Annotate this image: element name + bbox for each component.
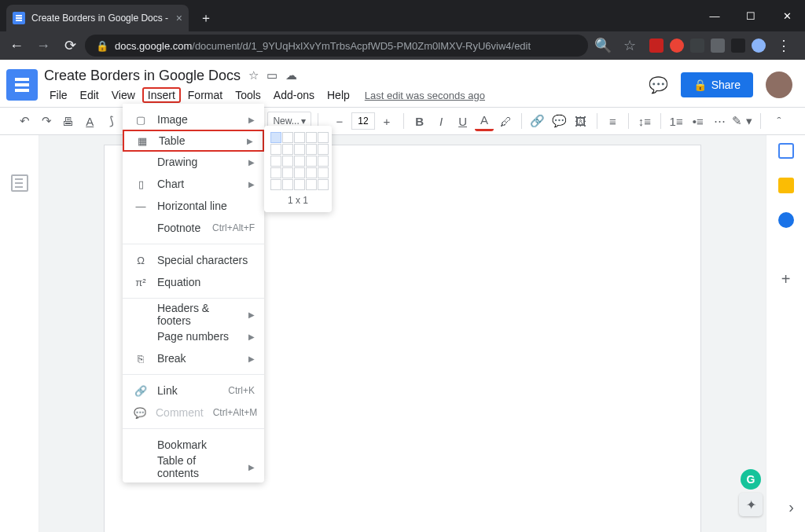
italic-button[interactable]: I (432, 111, 450, 131)
share-button[interactable]: 🔒 Share (681, 72, 753, 97)
close-window-button[interactable]: ✕ (769, 0, 805, 31)
ext-icon-4[interactable] (711, 39, 725, 53)
move-icon[interactable]: ▭ (266, 68, 278, 83)
menu-item-break[interactable]: ⎘ Break ▶ (123, 347, 264, 369)
table-grid-cell[interactable] (294, 156, 305, 167)
table-grid-cell[interactable] (270, 156, 281, 167)
profile-icon[interactable] (752, 39, 766, 53)
highlight-button[interactable]: 🖊 (497, 111, 516, 131)
text-color-button[interactable]: A (475, 111, 494, 131)
table-grid-cell[interactable] (306, 179, 317, 190)
table-grid-cell[interactable] (306, 167, 317, 178)
docs-logo-icon[interactable] (6, 69, 38, 101)
table-grid-cell[interactable] (282, 144, 293, 155)
menu-item-footnote[interactable]: Footnote Ctrl+Alt+F (123, 217, 264, 239)
add-comment-button[interactable]: 💬 (550, 111, 569, 131)
bold-button[interactable]: B (410, 111, 429, 131)
table-grid-cell[interactable] (270, 144, 281, 155)
editing-mode-button[interactable]: ✎ ▾ (732, 111, 752, 131)
table-grid-cell[interactable] (282, 132, 293, 143)
ext-icon-1[interactable] (649, 39, 663, 53)
forward-button[interactable]: → (31, 34, 55, 57)
spellcheck-button[interactable]: A (81, 111, 100, 131)
menu-item-page-numbers[interactable]: Page numbers ▶ (123, 325, 264, 347)
url-field[interactable]: 🔒 docs.google.com/document/d/1_9YUqHxlXv… (85, 35, 588, 57)
table-grid-cell[interactable] (318, 179, 329, 190)
table-grid-cell[interactable] (270, 132, 281, 143)
menu-format[interactable]: Format (182, 87, 228, 103)
star-icon[interactable]: ☆ (248, 68, 259, 83)
bookmark-star-icon[interactable]: ☆ (618, 34, 641, 57)
paint-format-button[interactable]: ⟆ (102, 111, 121, 131)
menu-item-equation[interactable]: π² Equation (123, 271, 264, 293)
table-grid-cell[interactable] (270, 179, 281, 190)
new-tab-button[interactable]: ＋ (195, 7, 217, 29)
menu-help[interactable]: Help (322, 87, 355, 103)
collapse-toolbar-icon[interactable]: ˆ (769, 111, 789, 131)
extensions-icon[interactable] (731, 39, 745, 53)
reload-button[interactable]: ⟳ (58, 34, 82, 57)
menu-item-headers-footers[interactable]: Headers & footers ▶ (123, 303, 264, 325)
menu-file[interactable]: File (44, 87, 73, 103)
print-button[interactable]: 🖶 (59, 111, 78, 131)
redo-button[interactable]: ↷ (38, 111, 57, 131)
close-tab-icon[interactable]: × (176, 12, 182, 24)
font-size-input[interactable]: 12 (351, 112, 375, 130)
menu-item-table[interactable]: ▦ Table ▶ (123, 130, 264, 152)
table-grid-cell[interactable] (318, 167, 329, 178)
minimize-button[interactable]: — (697, 0, 733, 31)
menu-view[interactable]: View (106, 87, 141, 103)
back-button[interactable]: ← (5, 34, 28, 57)
table-grid-cell[interactable] (294, 144, 305, 155)
document-title[interactable]: Create Borders in Google Docs (44, 68, 241, 84)
menu-edit[interactable]: Edit (75, 87, 105, 103)
table-grid-cell[interactable] (306, 144, 317, 155)
menu-insert[interactable]: Insert (142, 87, 181, 103)
table-grid-cell[interactable] (306, 156, 317, 167)
line-spacing-button[interactable]: ↕≡ (635, 111, 654, 131)
zoom-icon[interactable]: 🔍 (591, 34, 615, 57)
calendar-icon[interactable] (778, 143, 794, 159)
menu-addons[interactable]: Add-ons (268, 87, 320, 103)
explore-button[interactable]: ✦ (739, 493, 763, 516)
table-grid-cell[interactable] (282, 167, 293, 178)
table-grid-cell[interactable] (318, 156, 329, 167)
table-grid-cell[interactable] (282, 156, 293, 167)
browser-tab[interactable]: Create Borders in Google Docs - × (6, 5, 189, 31)
avatar[interactable] (766, 72, 792, 98)
menu-item-drawing[interactable]: Drawing ▶ (123, 151, 264, 173)
menu-item-link[interactable]: 🔗 Link Ctrl+K (123, 380, 264, 402)
ext-icon-3[interactable] (690, 39, 704, 53)
table-grid-cell[interactable] (306, 132, 317, 143)
tasks-icon[interactable] (778, 212, 794, 228)
table-grid-cell[interactable] (282, 179, 293, 190)
align-button[interactable]: ≡ (604, 111, 623, 131)
cloud-status-icon[interactable]: ☁ (285, 68, 297, 83)
table-grid-cell[interactable] (318, 144, 329, 155)
table-grid-cell[interactable] (270, 167, 281, 178)
last-edit-link[interactable]: Last edit was seconds ago (365, 90, 485, 101)
numbered-list-button[interactable]: 1≡ (667, 111, 686, 131)
outline-icon[interactable] (11, 174, 28, 192)
bulleted-list-button[interactable]: •≡ (689, 111, 708, 131)
table-size-grid[interactable] (270, 132, 325, 190)
grammarly-icon[interactable]: G (741, 469, 761, 490)
insert-image-button[interactable]: 🖼 (572, 111, 590, 131)
add-addon-icon[interactable]: + (781, 270, 791, 288)
chrome-menu-icon[interactable]: ⋮ (772, 34, 796, 57)
menu-tools[interactable]: Tools (230, 87, 266, 103)
font-size-increase[interactable]: + (377, 111, 397, 131)
menu-item-horizontal-line[interactable]: — Horizontal line (123, 195, 264, 217)
font-size-decrease[interactable]: − (329, 111, 350, 131)
keep-icon[interactable] (778, 178, 794, 193)
comment-history-icon[interactable]: 💬 (649, 75, 668, 94)
menu-item-toc[interactable]: Table of contents ▶ (123, 456, 264, 478)
menu-item-bookmark[interactable]: Bookmark (123, 434, 264, 456)
menu-item-special-characters[interactable]: Ω Special characters (123, 249, 264, 271)
menu-item-chart[interactable]: ▯ Chart ▶ (123, 173, 264, 195)
underline-button[interactable]: U (454, 111, 472, 131)
insert-link-button[interactable]: 🔗 (528, 111, 547, 131)
table-grid-cell[interactable] (318, 132, 329, 143)
more-button[interactable]: ⋯ (710, 111, 729, 131)
table-grid-cell[interactable] (294, 132, 305, 143)
